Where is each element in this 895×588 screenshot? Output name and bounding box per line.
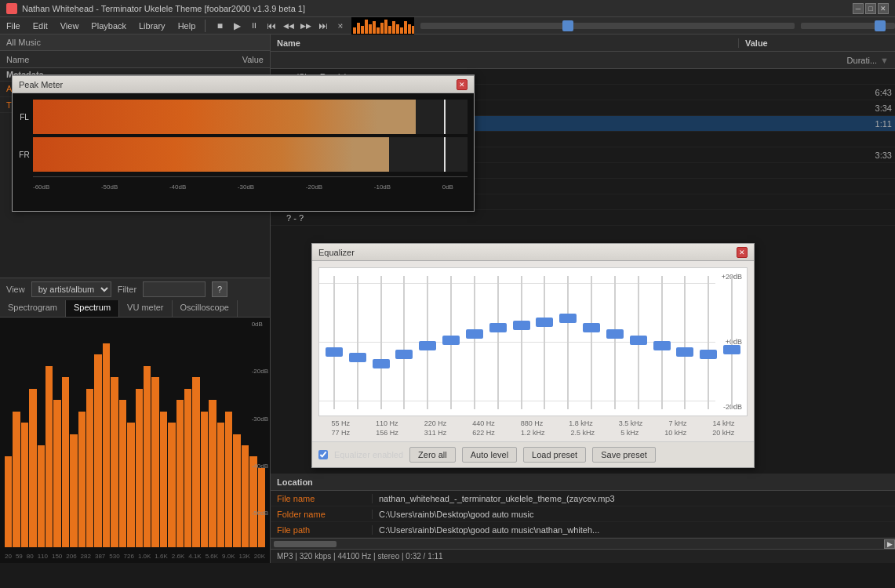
tab-spectrum[interactable]: Spectrum — [66, 300, 119, 317]
scale-neg10: -10dB — [374, 183, 391, 191]
peak-meter-close[interactable]: ✕ — [457, 79, 468, 90]
menu-help[interactable]: Help — [172, 20, 202, 32]
location-header: Location — [271, 474, 895, 491]
eq-slider-thumb-14kHz[interactable] — [700, 350, 717, 359]
fl-meter-bg — [33, 100, 468, 134]
fr-meter-fill — [33, 137, 389, 172]
eq-slider-thumb-10kHz[interactable] — [676, 347, 693, 357]
eq-band-10kHz — [673, 268, 697, 416]
eq-slider-thumb-220Hz[interactable] — [419, 341, 436, 350]
window-title: Nathan Whitehead - Terminator Ukelele Th… — [22, 4, 853, 13]
eq-slider-thumb-1.2kHz[interactable] — [536, 318, 553, 327]
pause-button[interactable]: ⏸ — [246, 18, 262, 34]
file-path-row: File path C:\Users\rainb\Desktop\good au… — [271, 522, 895, 538]
seek-thumb[interactable] — [562, 20, 573, 31]
prev-button[interactable]: ⏮ — [264, 18, 279, 34]
playlist-row[interactable]: ? - ? — [271, 210, 895, 226]
next2-button[interactable]: ⏭ — [315, 18, 331, 34]
eq-slider-thumb-156Hz[interactable] — [395, 350, 413, 359]
playlist-row-duration: 3:34 — [864, 103, 895, 113]
view-select[interactable]: by artist/album — [31, 281, 111, 297]
close-button[interactable]: ✕ — [878, 3, 889, 14]
freq-77hz: 77 Hz — [332, 429, 351, 437]
eq-slider-thumb-622Hz[interactable] — [489, 323, 507, 332]
freq-1800hz: 1.8 kHz — [569, 419, 593, 427]
tab-spectrogram[interactable]: Spectrogram — [0, 300, 66, 317]
eq-slider-thumb-77Hz[interactable] — [349, 353, 366, 362]
peak-meter-body: FL FR -60dB -50dB -40dB -30dB -20dB -10d… — [13, 93, 474, 211]
scale-0: 0dB — [442, 183, 453, 191]
playlist-row-title: ? - ? — [283, 213, 864, 223]
eq-slider-thumb-110Hz[interactable] — [373, 359, 390, 368]
eq-slider-thumb-55Hz[interactable] — [326, 347, 343, 357]
random-button[interactable]: ⤨ — [333, 18, 348, 34]
menu-view[interactable]: View — [54, 20, 85, 32]
eq-band-1.8kHz — [556, 268, 580, 416]
equalizer-window: Equalizer ✕ +20dB +0dB -20dB 55 Hz 110 H… — [311, 243, 755, 468]
menu-file[interactable]: File — [0, 20, 27, 32]
next-button[interactable]: ▶▶ — [298, 18, 314, 34]
seek-bar[interactable] — [420, 23, 795, 29]
eq-band-110Hz — [369, 268, 393, 416]
volume-bar[interactable] — [801, 23, 895, 29]
volume-thumb[interactable] — [875, 20, 886, 31]
freq-220hz: 220 Hz — [424, 419, 447, 427]
title-bar: Nathan Whitehead - Terminator Ukelele Th… — [0, 0, 895, 17]
spectrum-bars — [5, 321, 265, 547]
prev2-button[interactable]: ◀◀ — [281, 18, 297, 34]
menu-library[interactable]: Library — [133, 20, 172, 32]
eq-slider-track — [403, 276, 405, 409]
eq-slider-thumb-2.5kHz[interactable] — [583, 323, 600, 332]
eq-slider-track — [731, 276, 733, 409]
zero-all-button[interactable]: Zero all — [409, 447, 456, 463]
filter-input[interactable] — [143, 281, 206, 297]
eq-slider-thumb-7kHz[interactable] — [653, 341, 671, 350]
h-scroll-thumb-left[interactable] — [274, 541, 337, 547]
eq-slider-track — [497, 276, 499, 409]
eq-slider-track — [567, 276, 569, 409]
eq-slider-track — [474, 276, 475, 409]
peak-meter-titlebar: Peak Meter ✕ — [13, 76, 474, 93]
spectrum-bot-label: -30dB — [252, 416, 268, 423]
h-scroll-right-arrow[interactable]: ▶ — [884, 539, 895, 549]
stop-button[interactable]: ■ — [212, 18, 227, 34]
eq-slider-thumb-1.8kHz[interactable] — [559, 314, 577, 323]
eq-close[interactable]: ✕ — [737, 247, 748, 258]
freq-5khz: 5 kHz — [620, 429, 639, 437]
eq-slider-thumb-440Hz[interactable] — [466, 329, 483, 339]
eq-slider-thumb-5kHz[interactable] — [630, 336, 647, 345]
status-bar: MP3 | 320 kbps | 44100 Hz | stereo | 0:3… — [271, 549, 895, 563]
eq-band-622Hz — [486, 268, 510, 416]
file-name-value: nathan_whitehead_-_terminator_ukelele_th… — [373, 494, 895, 503]
eq-slider-thumb-3.5kHz[interactable] — [606, 329, 624, 339]
menu-playback[interactable]: Playback — [85, 20, 133, 32]
eq-slider-thumb-880Hz[interactable] — [513, 321, 530, 330]
eq-band-2.5kHz — [580, 268, 603, 416]
eq-slider-thumb-20kHz[interactable] — [723, 345, 740, 354]
fr-channel: FR — [19, 137, 468, 172]
load-preset-button[interactable]: Load preset — [523, 447, 586, 463]
playlist-col-value: Value — [231, 55, 270, 64]
file-path-label: File path — [271, 525, 373, 535]
eq-enabled-checkbox[interactable] — [318, 450, 328, 459]
freq-3500hz: 3.5 kHz — [619, 419, 643, 427]
filter-button[interactable]: ? — [212, 281, 227, 297]
play-button[interactable]: ▶ — [229, 18, 245, 34]
save-preset-button[interactable]: Save preset — [592, 447, 656, 463]
file-name-row: File name nathan_whitehead_-_terminator_… — [271, 491, 895, 506]
menu-edit[interactable]: Edit — [27, 20, 54, 32]
filter-label: Filter — [118, 285, 136, 294]
tab-oscilloscope[interactable]: Oscilloscope — [173, 300, 238, 317]
fr-peak-line — [444, 137, 446, 172]
folder-name-label: Folder name — [271, 510, 373, 519]
h-scrollbar[interactable]: ▶ — [271, 538, 895, 549]
eq-band-77Hz — [346, 268, 369, 416]
tab-vu-meter[interactable]: VU meter — [119, 300, 172, 317]
scale-neg20: -20dB — [306, 183, 322, 191]
spectrum-bot2-label: -40dB — [252, 463, 268, 470]
eq-slider-track — [357, 276, 358, 409]
eq-slider-thumb-311Hz[interactable] — [442, 336, 460, 345]
maximize-button[interactable]: □ — [865, 3, 876, 14]
auto-level-button[interactable]: Auto level — [462, 447, 517, 463]
minimize-button[interactable]: ─ — [853, 3, 864, 14]
